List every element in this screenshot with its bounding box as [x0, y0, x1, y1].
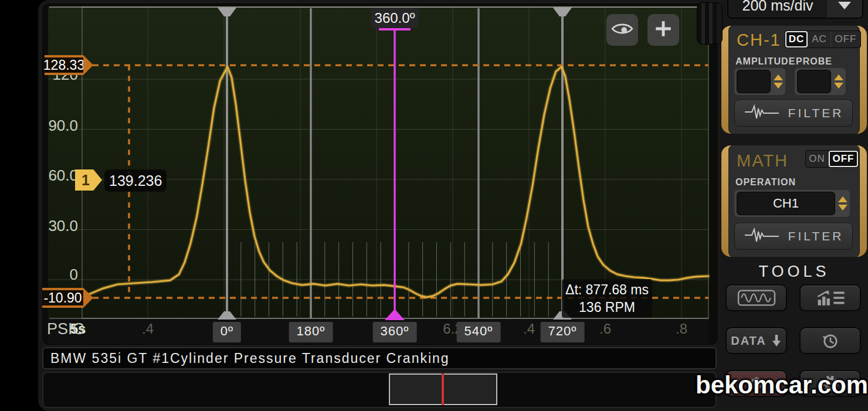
coupling-mode-group: DCACOFF: [785, 30, 861, 48]
amplitude-value[interactable]: [737, 70, 771, 93]
recording-title: BMW 535i GT #1Cylinder Pressure Transduc…: [43, 351, 450, 366]
low-cursor-value: -10.90: [42, 288, 83, 308]
degree-chip-0[interactable]: 0º: [213, 322, 241, 342]
math-off-button[interactable]: OFF: [828, 151, 858, 167]
measurements-button[interactable]: [799, 284, 861, 311]
y-axis-label: 0: [45, 266, 78, 284]
time-tick-label: .4: [523, 321, 535, 337]
math-card-body: MATH ONOFF OPERATION CH1 FILTER: [729, 145, 859, 257]
history-icon: [822, 332, 839, 349]
phase-cursor-label[interactable]: 360.0º: [371, 8, 419, 28]
low-cursor-flag[interactable]: -10.90: [42, 288, 93, 308]
filter-wave-icon: [744, 103, 780, 124]
history-button[interactable]: [799, 327, 861, 354]
probe-label: PROBE: [796, 56, 832, 67]
probe-value[interactable]: [797, 70, 831, 93]
degree-chip-540[interactable]: 540º: [457, 322, 501, 342]
plus-icon: [653, 19, 673, 41]
down-arrow-icon: [771, 334, 782, 348]
time-tick-label: .6: [599, 321, 611, 337]
side-drawer-handle[interactable]: [697, 2, 723, 45]
probe-stepper[interactable]: [795, 68, 846, 95]
channel-1-card-body: CH-1 DCACOFF AMPLITUDEPROBE FILTER: [729, 26, 859, 134]
timebase-dropdown[interactable]: 200 ms/div: [727, 0, 863, 19]
math-on-button[interactable]: ON: [806, 151, 828, 167]
sine-wave-icon: [737, 288, 776, 308]
amplitude-stepper[interactable]: [734, 68, 785, 95]
degree-chip-720[interactable]: 720º: [541, 322, 585, 342]
ch1-filter-label: FILTER: [788, 106, 844, 120]
filter-wave-icon: [744, 226, 780, 247]
operation-select[interactable]: CH1: [734, 190, 850, 217]
tools-section-title: TOOLS: [720, 263, 868, 281]
degree-chip-360[interactable]: 360º: [373, 322, 417, 342]
overview-strip[interactable]: [42, 372, 717, 408]
visibility-button[interactable]: [606, 14, 638, 46]
channel-1-title: CH-1: [737, 30, 781, 50]
math-card: MATH ONOFF OPERATION CH1 FILTER: [721, 145, 867, 257]
chart-list-icon: [815, 289, 846, 307]
coupling-dc-button[interactable]: DC: [785, 31, 808, 47]
y-axis-label: 30.0: [45, 217, 78, 235]
channel-1-card: CH-1 DCACOFF AMPLITUDEPROBE FILTER: [721, 26, 867, 134]
coupling-off-button[interactable]: OFF: [830, 31, 860, 47]
timebase-value: 200 ms/div: [728, 0, 827, 18]
math-toggle-group: ONOFF: [805, 150, 859, 168]
data-export-label: DATA: [731, 334, 767, 348]
y-axis-unit-label: PSIG: [47, 320, 85, 338]
waveform-library-button[interactable]: [725, 284, 787, 311]
delta-t-value: Δt: 877.68 ms: [565, 281, 649, 298]
stepper-arrows-icon[interactable]: [774, 74, 783, 89]
delta-readout: Δt: 877.68 ms 136 RPM: [562, 279, 652, 318]
eye-icon: [611, 22, 633, 38]
degree-chip-180[interactable]: 180º: [289, 322, 333, 342]
overview-playhead[interactable]: [442, 373, 444, 405]
time-tick-label: .4: [142, 321, 154, 337]
stepper-arrows-icon[interactable]: [838, 196, 847, 210]
scope-app: 12090.060.030.00 5s.4.6.866.2.4.6.8 PSIG…: [0, 0, 868, 411]
rpm-value: 136 RPM: [579, 298, 635, 316]
operation-value: CH1: [737, 192, 835, 215]
coupling-ac-button[interactable]: AC: [808, 31, 830, 47]
marker-value-badge: 139.236: [104, 169, 167, 192]
math-filter-button[interactable]: FILTER: [734, 223, 853, 250]
ch1-filter-button[interactable]: FILTER: [734, 100, 853, 127]
flag-arrow-icon: [83, 55, 93, 75]
recording-title-bar: BMW 535i GT #1Cylinder Pressure Transduc…: [42, 347, 717, 369]
flag-arrow-icon: [83, 288, 93, 308]
high-cursor-flag[interactable]: 128.33: [45, 55, 93, 75]
stepper-arrows-icon[interactable]: [834, 74, 843, 89]
math-filter-label: FILTER: [788, 229, 844, 243]
data-export-button[interactable]: DATA: [725, 327, 787, 354]
high-cursor-value: 128.33: [45, 55, 83, 75]
add-channel-button[interactable]: [647, 14, 679, 46]
math-title: MATH: [737, 151, 788, 171]
y-axis-label: 90.0: [45, 117, 78, 135]
time-tick-label: .8: [676, 321, 687, 337]
amplitude-label: AMPLITUDE: [735, 56, 795, 67]
operation-label: OPERATION: [735, 177, 796, 188]
watermark: bekomcar.com: [696, 371, 868, 399]
y-axis-label: 60.0: [45, 167, 78, 185]
chevron-down-icon: [827, 0, 862, 18]
